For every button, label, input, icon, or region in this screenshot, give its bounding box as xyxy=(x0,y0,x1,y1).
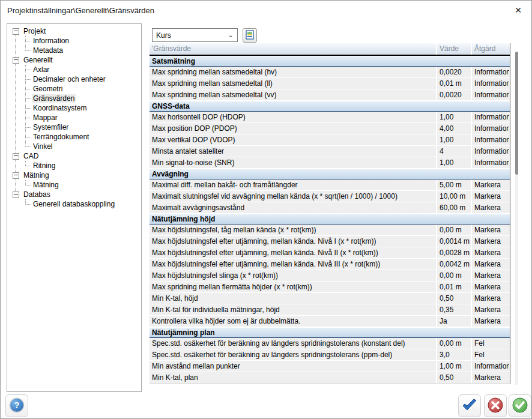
tree-item-cad[interactable]: CAD xyxy=(7,151,141,161)
report-button[interactable] xyxy=(243,28,257,43)
limit-name-cell: Maximalt avvägningsavstånd xyxy=(150,202,436,213)
action-cell: Information xyxy=(471,78,509,89)
scrollbar-thumb[interactable] xyxy=(515,52,518,175)
table-row[interactable]: Min signal-to-noise (SNR)1,00Information xyxy=(150,157,510,169)
limit-name-cell: Max position DOP (PDOP) xyxy=(150,123,436,134)
tree-item-generell-databaskoppling[interactable]: Generell databaskoppling xyxy=(7,199,141,209)
table-row[interactable]: Max höjdslutningsfel efter utjämning, me… xyxy=(150,247,510,259)
tree-item-generellt[interactable]: Generellt xyxy=(7,55,141,65)
tree-item-label: Metadata xyxy=(32,46,64,55)
tree-item-gr-nsv-rden[interactable]: Gränsvärden xyxy=(7,94,141,103)
column-header-atgard[interactable]: Åtgärd xyxy=(471,43,509,55)
tree-item-vinkel[interactable]: Vinkel xyxy=(7,142,141,151)
tree-item-terr-ngdokument[interactable]: Terrängdokument xyxy=(7,132,141,142)
tree-item-metadata[interactable]: Metadata xyxy=(7,46,141,55)
window-title: Projektinställningar\Generellt\Gränsvärd… xyxy=(7,6,154,15)
table-row[interactable]: Min avstånd mellan punkter1,00 mInformat… xyxy=(150,361,510,372)
limit-name-cell: Minsta antalet sateliter xyxy=(150,146,436,157)
expand-toggle-icon[interactable] xyxy=(13,28,19,35)
table-row[interactable]: Max spridning mellan satsmedeltal (hv)0,… xyxy=(150,67,510,78)
limit-name-cell: Max spridning mellan satsmedeltal (vv) xyxy=(150,89,436,100)
table-row[interactable]: Minsta antalet sateliter4Information xyxy=(150,146,510,157)
value-cell: 0,01 m xyxy=(436,282,471,292)
tree-item-mappar[interactable]: Mappar xyxy=(7,113,141,122)
tree-item-koordinatsystem[interactable]: Koordinatsystem xyxy=(7,103,141,113)
tree-item-m-tning[interactable]: Mätning xyxy=(7,170,141,180)
value-cell: 4,00 xyxy=(436,123,471,134)
table-row[interactable]: Max spridning mellan satsmedeltal (vv)0,… xyxy=(150,89,510,101)
action-cell: Markera xyxy=(471,225,509,235)
value-cell: 3,0 xyxy=(436,349,471,360)
table-row[interactable]: Max höjdslutningsfel slinga (x * rot(km)… xyxy=(150,270,510,282)
table-row[interactable]: Maximal diff. mellan bakåt- och framåtlä… xyxy=(150,179,510,191)
tree-item-ritning[interactable]: Ritning xyxy=(7,161,141,170)
help-button[interactable]: ? xyxy=(5,394,28,417)
expand-toggle-icon[interactable] xyxy=(13,191,19,198)
profile-combobox[interactable]: Kurs ⌄ xyxy=(152,28,238,42)
value-cell: 0,0020 xyxy=(436,67,471,77)
tree-item-geometri[interactable]: Geometri xyxy=(7,84,141,94)
value-cell: 1,00 xyxy=(436,112,471,122)
blue-check-icon xyxy=(461,398,478,414)
table-row[interactable]: Max höjdslutningsfel efter utjämning, me… xyxy=(150,236,510,247)
limit-name-cell: Max horisontell DOP (HDOP) xyxy=(150,112,436,122)
table-row[interactable]: Spec.std. osäkerhet för beräkning av län… xyxy=(150,338,510,349)
table-row[interactable]: Max horisontell DOP (HDOP)1,00Informatio… xyxy=(150,112,510,123)
action-cell: Markera xyxy=(471,293,509,304)
table-row[interactable]: Max position DOP (PDOP)4,00Information xyxy=(150,123,510,134)
action-cell: Fel xyxy=(471,349,509,360)
value-cell: Ja xyxy=(436,316,471,327)
action-cell: Information xyxy=(471,146,509,157)
expand-toggle-icon[interactable] xyxy=(13,172,19,179)
table-row[interactable]: Spec.std. osäkerhet för beräkning av län… xyxy=(150,349,510,361)
apply-button[interactable] xyxy=(458,394,481,417)
section-header-gnss-data: GNSS-data xyxy=(150,101,510,112)
value-cell: 4 xyxy=(436,146,471,157)
table-row[interactable]: Kontrollera vilka höjder som ej är dubbe… xyxy=(150,316,510,327)
expand-toggle-icon[interactable] xyxy=(13,153,19,160)
column-header-gransvarde[interactable]: 'Gränsvärde xyxy=(150,43,436,55)
limit-name-cell: Max vertikal DOP (VDOP) xyxy=(150,134,436,145)
value-cell: 0,0028 m xyxy=(436,247,471,258)
table-row[interactable]: Max höjdslutningsfel efter utjämning, me… xyxy=(150,259,510,270)
cancel-button[interactable] xyxy=(484,394,507,417)
table-row[interactable]: Max spridning mellan flermätta höjder (x… xyxy=(150,282,510,293)
tree-item-label: Geometri xyxy=(32,85,64,93)
tree-item-label: Generellt xyxy=(22,56,54,64)
limits-table: 'Gränsvärde Värde Åtgärd SatsmätningMax … xyxy=(150,43,510,384)
table-row[interactable]: Maximalt avvägningsavstånd60,00 mMarkera xyxy=(150,202,510,214)
table-row[interactable]: Min K-tal, höjd0,50Markera xyxy=(150,293,510,304)
action-cell: Fel xyxy=(471,338,509,349)
table-row[interactable]: Max spridning mellan satsmedeltal (ll)0,… xyxy=(150,78,510,89)
table-row[interactable]: Min K-tal för individuella mätningar, hö… xyxy=(150,304,510,316)
limit-name-cell: Maximal diff. mellan bakåt- och framåtlä… xyxy=(150,179,436,190)
tree-item-databas[interactable]: Databas xyxy=(7,190,141,199)
tree-item-label: Mappar xyxy=(32,113,59,122)
value-cell: 0,00 m xyxy=(436,225,471,235)
section-header-avv-gning: Avvägning xyxy=(150,169,510,179)
tree-item-decimaler-och-enheter[interactable]: Decimaler och enheter xyxy=(7,74,141,84)
close-icon[interactable]: × xyxy=(511,3,525,17)
tree-item-label: Information xyxy=(32,37,70,45)
ok-button[interactable] xyxy=(509,394,531,417)
table-row[interactable]: Max vertikal DOP (VDOP)1,00Information xyxy=(150,134,510,146)
limit-name-cell: Spec.std. osäkerhet för beräkning av län… xyxy=(150,338,436,349)
table-row[interactable]: Max höjdslutningsfel, tåg mellan kända (… xyxy=(150,225,510,236)
tree-item-projekt[interactable]: Projekt xyxy=(7,26,141,36)
section-header-n-tutj-mning-plan: Nätutjämning plan xyxy=(150,327,510,338)
value-cell: 0,0042 m xyxy=(436,259,471,270)
tree-item-axlar[interactable]: Axlar xyxy=(7,65,141,74)
red-cross-icon xyxy=(487,397,504,415)
table-row[interactable]: Maximalt slutningsfel vid avvägning mell… xyxy=(150,191,510,202)
limit-name-cell: Min K-tal, höjd xyxy=(150,293,436,304)
value-cell: 0,00 m xyxy=(436,270,471,281)
table-row[interactable]: Min K-tal, plan0,50Markera xyxy=(150,372,510,384)
value-cell: 60,00 m xyxy=(436,202,471,213)
expand-toggle-icon[interactable] xyxy=(13,57,19,64)
tree-item-systemfiler[interactable]: Systemfiler xyxy=(7,122,141,132)
action-cell: Information xyxy=(471,67,509,77)
tree-item-m-tning[interactable]: Mätning xyxy=(7,180,141,190)
column-header-varde[interactable]: Värde xyxy=(436,43,471,55)
limit-name-cell: Max höjdslutningsfel efter utjämning, me… xyxy=(150,259,436,270)
tree-item-information[interactable]: Information xyxy=(7,36,141,46)
